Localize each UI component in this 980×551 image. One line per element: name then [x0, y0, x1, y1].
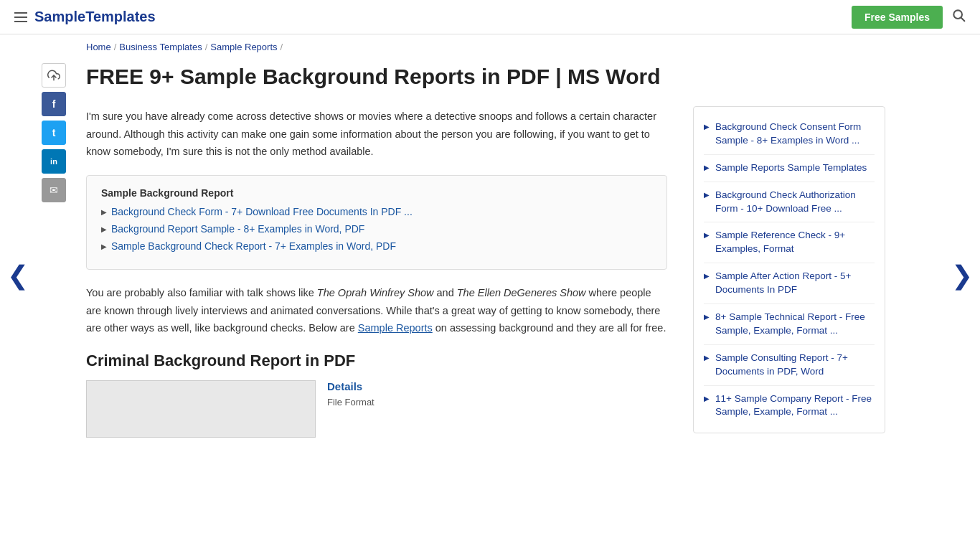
- sidebar-list: Background Check Consent Form Sample - 8…: [704, 114, 875, 425]
- email-icon: ✉: [50, 184, 58, 196]
- twitter-icon: t: [52, 127, 56, 138]
- linkedin-icon: in: [50, 157, 57, 166]
- sidebar-link-7[interactable]: Sample Consulting Report - 7+ Documents …: [715, 352, 875, 379]
- email-share-button[interactable]: ✉: [42, 178, 66, 202]
- sidebar-link-1[interactable]: Background Check Consent Form Sample - 8…: [715, 121, 875, 148]
- report-details-label: File Format: [327, 397, 667, 408]
- sample-link-2[interactable]: Background Report Sample - 8+ Examples i…: [111, 223, 364, 235]
- header-right: Free Samples: [852, 6, 966, 29]
- report-details-title[interactable]: Details: [327, 380, 667, 392]
- search-icon-button[interactable]: [951, 8, 966, 26]
- nav-arrow-left[interactable]: ❮: [0, 253, 36, 298]
- body-text-part2: and: [434, 287, 457, 298]
- body-text-part4: on assessing background and they are all…: [433, 322, 666, 334]
- intro-paragraph: I'm sure you have already come across de…: [86, 108, 667, 161]
- twitter-share-button[interactable]: t: [42, 121, 66, 145]
- sidebar-item: 11+ Sample Company Report - Free Sample,…: [704, 386, 875, 426]
- header-left: SampleTemplates: [14, 9, 156, 25]
- search-icon: [951, 8, 966, 22]
- facebook-icon: f: [52, 98, 56, 110]
- sidebar-item: Sample After Action Report - 5+ Document…: [704, 263, 875, 304]
- free-samples-button[interactable]: Free Samples: [852, 6, 943, 29]
- list-item: Sample Background Check Report - 7+ Exam…: [101, 240, 652, 252]
- sample-box-title: Sample Background Report: [101, 187, 652, 199]
- social-sidebar: f t in ✉: [36, 56, 72, 452]
- page-title: FREE 9+ Sample Background Reports in PDF…: [86, 62, 667, 90]
- breadcrumb-sep-2: /: [205, 42, 208, 52]
- list-item: Background Report Sample - 8+ Examples i…: [101, 223, 652, 235]
- sidebar-link-8[interactable]: 11+ Sample Company Report - Free Sample,…: [715, 392, 875, 420]
- sample-box: Sample Background Report Background Chec…: [86, 175, 667, 270]
- breadcrumb-business-templates[interactable]: Business Templates: [119, 42, 202, 52]
- sidebar-item: Sample Reports Sample Templates: [704, 155, 875, 182]
- sample-reports-link[interactable]: Sample Reports: [358, 322, 433, 334]
- breadcrumb-sep-3: /: [281, 42, 283, 52]
- facebook-share-button[interactable]: f: [42, 92, 66, 116]
- sidebar-link-3[interactable]: Background Check Authorization Form - 10…: [715, 189, 875, 216]
- body-text-show1: The Oprah Winfrey Show: [317, 287, 434, 298]
- sidebar-card: Background Check Consent Form Sample - 8…: [693, 106, 885, 433]
- sidebar-link-5[interactable]: Sample After Action Report - 5+ Document…: [715, 270, 875, 297]
- sample-link-1[interactable]: Background Check Form - 7+ Download Free…: [111, 206, 413, 217]
- report-thumbnail: [86, 380, 316, 438]
- linkedin-share-button[interactable]: in: [42, 149, 66, 174]
- report-details: Details File Format: [327, 380, 667, 438]
- main-wrapper: f t in ✉ Home / Business Templates / Sam…: [0, 34, 980, 459]
- sidebar-item: Background Check Authorization Form - 10…: [704, 182, 875, 223]
- report-preview: Details File Format: [86, 380, 667, 438]
- hamburger-menu[interactable]: [14, 12, 27, 22]
- sidebar-link-2[interactable]: Sample Reports Sample Templates: [715, 161, 867, 175]
- site-logo[interactable]: SampleTemplates: [34, 9, 156, 25]
- sidebar-link-6[interactable]: 8+ Sample Technical Report - Free Sample…: [715, 311, 875, 338]
- body-text-part1: You are probably also familiar with talk…: [86, 287, 317, 298]
- upload-icon: [47, 69, 60, 82]
- sample-link-3[interactable]: Sample Background Check Report - 7+ Exam…: [111, 240, 396, 252]
- body-text-show2: The Ellen DeGeneres Show: [457, 287, 586, 298]
- breadcrumb-sep-1: /: [114, 42, 117, 52]
- body-paragraph: You are probably also familiar with talk…: [86, 284, 667, 337]
- svg-line-1: [961, 18, 965, 22]
- sidebar-item: Sample Consulting Report - 7+ Documents …: [704, 345, 875, 386]
- sample-box-list: Background Check Form - 7+ Download Free…: [101, 206, 652, 252]
- site-header: SampleTemplates Free Samples: [0, 0, 980, 34]
- list-item: Background Check Form - 7+ Download Free…: [101, 206, 652, 217]
- right-sidebar: Background Check Consent Form Sample - 8…: [682, 99, 897, 452]
- sidebar-item: Sample Reference Check - 9+ Examples, Fo…: [704, 222, 875, 263]
- breadcrumb-sample-reports[interactable]: Sample Reports: [210, 42, 277, 52]
- section-heading: Criminal Background Report in PDF: [86, 352, 667, 370]
- breadcrumb: Home / Business Templates / Sample Repor…: [86, 42, 667, 52]
- content-area: Home / Business Templates / Sample Repor…: [72, 42, 682, 452]
- sidebar-link-4[interactable]: Sample Reference Check - 9+ Examples, Fo…: [715, 229, 875, 256]
- nav-arrow-right[interactable]: ❯: [944, 253, 980, 298]
- share-upload-icon[interactable]: [42, 63, 66, 88]
- sidebar-item: 8+ Sample Technical Report - Free Sample…: [704, 304, 875, 345]
- breadcrumb-home[interactable]: Home: [86, 42, 111, 52]
- sidebar-item: Background Check Consent Form Sample - 8…: [704, 114, 875, 155]
